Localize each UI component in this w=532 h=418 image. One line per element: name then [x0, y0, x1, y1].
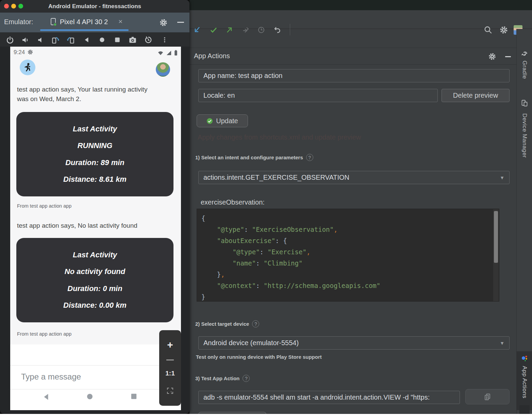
- zoom-in-button[interactable]: +: [167, 340, 173, 350]
- history-clock-icon[interactable]: [256, 25, 266, 35]
- adb-command-value: adb -s emulator-5554 shell am start -a a…: [203, 393, 430, 401]
- target-device-dropdown[interactable]: Android device (emulator-5554) ▼: [198, 336, 510, 350]
- snapshot-restore-icon[interactable]: [144, 35, 153, 45]
- maximize-window-button[interactable]: [18, 4, 23, 9]
- volume-up-icon[interactable]: [20, 35, 30, 45]
- divider: [10, 389, 181, 389]
- check-icon[interactable]: [209, 25, 218, 35]
- minimize-window-button[interactable]: [11, 4, 16, 9]
- message-input[interactable]: Type a message: [21, 372, 81, 382]
- back-icon[interactable]: [82, 35, 92, 45]
- intent-dropdown[interactable]: actions.intent.GET_EXERCISE_OBSERVATION …: [198, 171, 510, 184]
- runner-icon: [22, 62, 33, 73]
- help-icon[interactable]: ?: [252, 320, 259, 327]
- tool-window-tab-strip: Gradle Device Manager App Actions: [516, 29, 532, 414]
- assistant-icon: [521, 355, 528, 364]
- android-overview-button[interactable]: [130, 392, 138, 402]
- copy-icon: [483, 393, 492, 401]
- activity-card: Last Activity RUNNING Duration: 89 min D…: [16, 112, 173, 196]
- section1-label: 1) Select an intent and configure parame…: [195, 154, 313, 161]
- chevron-down-icon: ▼: [500, 340, 504, 346]
- chat-message: test app action says, Your last running …: [17, 85, 163, 104]
- chevron-down-icon: ▼: [500, 175, 504, 180]
- divider: [10, 365, 181, 366]
- rotate-left-icon[interactable]: [51, 35, 60, 45]
- chat-message: test app action says, No last activity f…: [17, 221, 163, 230]
- help-icon[interactable]: ?: [306, 154, 313, 161]
- more-options-icon[interactable]: [160, 35, 169, 45]
- app-name-value: App name: test app action: [203, 72, 282, 80]
- tab-app-actions[interactable]: App Actions: [521, 366, 528, 398]
- emulator-controls-toolbar: [0, 32, 189, 47]
- window-title: Android Emulator - fitnessactions: [48, 3, 141, 10]
- emulator-minimize-icon[interactable]: [177, 22, 184, 23]
- tab-device-manager[interactable]: Device Manager: [521, 113, 528, 158]
- device-note: Test only on running device with Play St…: [196, 354, 322, 360]
- app-avatar: [20, 60, 35, 75]
- app-actions-panel-header: App Actions: [189, 48, 516, 65]
- card-source-label: From test app action app: [17, 331, 71, 337]
- attach-debugger-icon[interactable]: [241, 25, 251, 35]
- zoom-1to1-button[interactable]: 1:1: [165, 370, 174, 377]
- code-scrollbar-thumb[interactable]: [494, 211, 498, 263]
- adb-command-field[interactable]: adb -s emulator-5554 shell am start -a a…: [198, 391, 460, 404]
- zoom-controls-panel: + 1:1: [159, 330, 181, 406]
- locale-value: Locale: en: [203, 92, 235, 99]
- update-note: Apply changes from shortcuts.xml and upd…: [198, 133, 361, 141]
- emulator-titlebar: Android Emulator - fitnessactions: [0, 0, 189, 13]
- user-photo-avatar: [156, 62, 170, 77]
- device-manager-icon: [520, 99, 529, 109]
- delete-preview-button[interactable]: Delete preview: [442, 89, 510, 102]
- emulator-settings-gear-icon[interactable]: [159, 18, 168, 28]
- volume-down-icon[interactable]: [35, 35, 45, 45]
- phone-screen: 9:24 test app action says: [10, 47, 181, 410]
- panel-gear-icon[interactable]: [487, 52, 497, 61]
- device-value: Android device (emulator-5554): [203, 339, 299, 347]
- emulator-label: Emulator:: [4, 18, 33, 26]
- toolbar-separator: [290, 24, 290, 35]
- update-button[interactable]: Update: [197, 114, 248, 127]
- locale-field[interactable]: Locale: en: [198, 89, 438, 102]
- android-back-button[interactable]: [42, 392, 51, 403]
- android-home-button[interactable]: [86, 392, 94, 402]
- tab-gradle[interactable]: Gradle: [521, 61, 528, 79]
- app-name-field[interactable]: App name: test app action: [198, 69, 510, 82]
- step-into-arrow-icon[interactable]: [192, 25, 202, 35]
- emulator-tab-bar: Emulator: Pixel 4 API 30 2 ×: [0, 13, 189, 32]
- device-tab[interactable]: Pixel 4 API 30 2: [60, 18, 108, 26]
- card-source-label: From test app action app: [17, 203, 71, 209]
- rotate-right-icon[interactable]: [66, 35, 76, 45]
- step-out-arrow-icon[interactable]: [225, 25, 234, 35]
- signal-icon: [166, 50, 172, 56]
- undo-icon[interactable]: [272, 25, 282, 35]
- section3-label: 3) Test App Action ?: [195, 375, 250, 382]
- close-tab-icon[interactable]: ×: [118, 17, 122, 26]
- help-icon[interactable]: ?: [243, 375, 250, 382]
- strip-scroll-block: [519, 405, 530, 414]
- intent-value: actions.intent.GET_EXERCISE_OBSERVATION: [203, 174, 349, 181]
- status-bar-icons: [157, 50, 178, 56]
- android-emulator-window: Android Emulator - fitnessactions Emulat…: [0, 0, 189, 414]
- screenshot-camera-icon[interactable]: [128, 35, 137, 45]
- copy-command-button[interactable]: [465, 389, 510, 404]
- panel-minimize-icon[interactable]: [503, 52, 513, 61]
- search-icon[interactable]: [483, 25, 493, 35]
- zoom-fit-button[interactable]: [166, 387, 174, 396]
- overview-icon[interactable]: [113, 35, 122, 45]
- power-icon[interactable]: [5, 35, 15, 45]
- activity-card: Last Activity No activity found Duration…: [16, 238, 173, 322]
- desktop-bottom-strip: [0, 414, 532, 418]
- code-lines: { "@type": "ExerciseObservation", "about…: [201, 213, 499, 302]
- param-label: exerciseObservation:: [201, 198, 265, 206]
- close-window-button[interactable]: [4, 4, 9, 9]
- status-bar-time: 9:24: [14, 49, 25, 56]
- zoom-out-button[interactable]: [166, 359, 174, 360]
- android-studio-window: App Actions App name: test app action Lo…: [189, 0, 532, 414]
- home-icon[interactable]: [97, 35, 107, 45]
- panel-title: App Actions: [194, 52, 230, 60]
- settings-gear-icon[interactable]: [499, 25, 509, 35]
- update-check-icon: [206, 118, 213, 124]
- desktop: App Actions App name: test app action Lo…: [0, 0, 532, 418]
- active-tab-underline: [40, 29, 129, 31]
- intent-parameter-editor[interactable]: { "@type": "ExerciseObservation", "about…: [197, 209, 499, 302]
